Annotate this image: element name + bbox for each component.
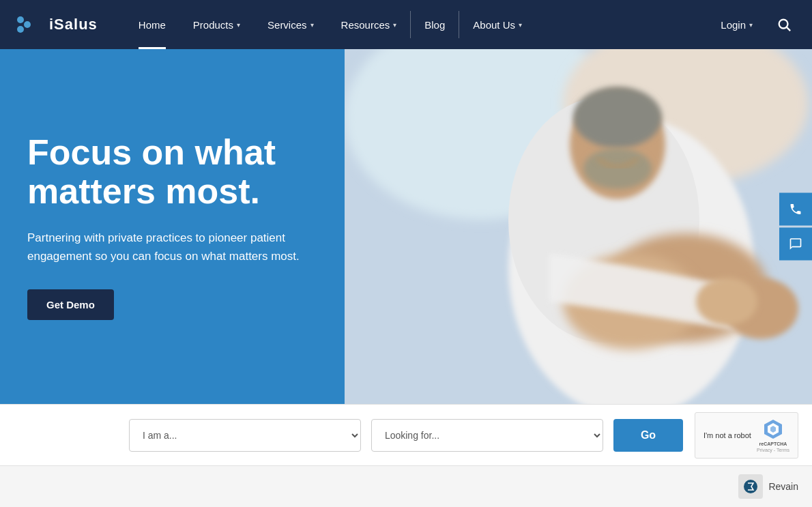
hero-image: [345, 49, 812, 404]
floating-actions: [779, 193, 812, 261]
revain-widget[interactable]: Revain: [738, 474, 798, 499]
nav-item-blog[interactable]: Blog: [411, 0, 459, 49]
svg-point-12: [583, 148, 652, 189]
hero-subtitle: Partnering with private practices to pio…: [27, 229, 317, 265]
services-chevron-icon: ▾: [310, 21, 314, 29]
search-icon: [777, 17, 792, 32]
logo-icon: [14, 10, 42, 39]
about-chevron-icon: ▾: [519, 21, 522, 29]
revain-icon: [738, 474, 763, 499]
captcha-terms: Privacy - Terms: [757, 448, 789, 452]
captcha-label: I'm not a robot: [704, 431, 751, 439]
looking-select[interactable]: Looking for... EHR Software Practice Man…: [371, 419, 603, 452]
nav-item-services[interactable]: Services ▾: [254, 0, 328, 49]
get-demo-button[interactable]: Get Demo: [27, 289, 114, 320]
revain-label: Revain: [768, 481, 798, 492]
recaptcha-widget[interactable]: I'm not a robot reCAPTCHA Privacy - Term…: [695, 412, 798, 459]
logo[interactable]: iSalus: [14, 10, 98, 39]
nav-right: Login ▾: [710, 0, 798, 49]
captcha-inner: I'm not a robot reCAPTCHA Privacy - Term…: [704, 418, 789, 452]
captcha-checkbox-area: I'm not a robot: [704, 431, 751, 439]
svg-point-16: [696, 278, 757, 325]
logo-text: iSalus: [49, 16, 98, 33]
search-bar-section: I am a... Physician Practice Manager Pat…: [0, 404, 812, 465]
hero-title: Focus on what matters most.: [27, 133, 317, 211]
search-button[interactable]: [770, 0, 798, 49]
products-chevron-icon: ▾: [237, 21, 240, 29]
login-chevron-icon: ▾: [749, 21, 753, 29]
login-button[interactable]: Login ▾: [710, 0, 763, 49]
recaptcha-brand: reCAPTCHA: [759, 441, 787, 446]
hero-left: Focus on what matters most. Partnering w…: [0, 49, 345, 404]
hero-image-svg: [345, 49, 812, 404]
phone-float-button[interactable]: [779, 193, 812, 226]
nav-item-home[interactable]: Home: [125, 0, 179, 49]
recaptcha-logo: reCAPTCHA Privacy - Terms: [757, 418, 789, 452]
nav-item-about-us[interactable]: About Us ▾: [459, 0, 536, 49]
chat-icon: [789, 237, 802, 251]
revain-logo-icon: [742, 478, 759, 495]
nav-links: Home Products ▾ Services ▾ Resources ▾ B…: [125, 0, 710, 49]
iam-select[interactable]: I am a... Physician Practice Manager Pat…: [129, 419, 361, 452]
resources-chevron-icon: ▾: [393, 21, 396, 29]
svg-point-2: [17, 26, 24, 33]
svg-point-17: [744, 480, 757, 493]
bottom-bar: Revain: [0, 465, 812, 507]
svg-point-0: [17, 16, 24, 23]
chat-float-button[interactable]: [779, 228, 812, 261]
go-button[interactable]: Go: [613, 419, 683, 452]
svg-line-4: [787, 27, 790, 31]
nav-item-resources[interactable]: Resources ▾: [328, 0, 411, 49]
recaptcha-logo-icon: [762, 418, 784, 440]
svg-point-1: [24, 21, 31, 28]
hero-right: [345, 49, 812, 404]
svg-point-11: [573, 87, 662, 148]
hero-section: Focus on what matters most. Partnering w…: [0, 49, 812, 404]
nav-item-products[interactable]: Products ▾: [179, 0, 254, 49]
navbar: iSalus Home Products ▾ Services ▾ Resour…: [0, 0, 812, 49]
phone-icon: [789, 203, 802, 216]
svg-point-3: [779, 20, 788, 29]
